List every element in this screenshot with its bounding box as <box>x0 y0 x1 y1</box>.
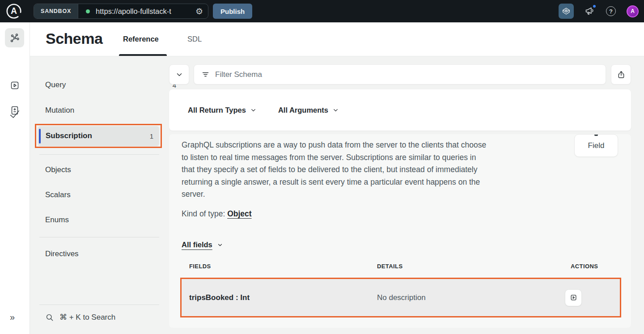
column-header-details: DETAILS <box>377 263 402 270</box>
field-nav-card[interactable]: Field <box>574 134 618 157</box>
expand-rail-button[interactable]: » <box>10 312 15 322</box>
help-button[interactable]: ? <box>606 6 616 16</box>
sidebar-divider <box>39 304 159 305</box>
sidebar-item-directives[interactable]: Directives 4 <box>36 244 183 264</box>
annotation-highlight-subscription: Subscription 1 <box>35 124 162 148</box>
column-header-fields: FIELDS <box>189 263 211 270</box>
checkmark-icon <box>9 109 21 120</box>
page-title: Schema <box>46 30 102 47</box>
publish-button[interactable]: Publish <box>213 4 252 19</box>
chevron-down-icon <box>332 107 339 114</box>
sidebar-divider <box>39 237 159 237</box>
schema-search-trigger[interactable]: ⌘ + K to Search <box>45 313 115 322</box>
kind-label: Kind of type: <box>182 209 227 218</box>
type-description: GraphQL subscriptions are a way to push … <box>182 139 490 201</box>
announcements-button[interactable] <box>585 6 595 17</box>
return-types-label: All Return Types <box>188 106 246 114</box>
arguments-dropdown[interactable]: All Arguments <box>278 106 339 114</box>
cube-icon <box>561 6 571 16</box>
field-details: No description <box>377 293 426 302</box>
all-fields-dropdown[interactable]: All fields <box>182 241 223 249</box>
topbar-right-controls: ? A <box>559 0 644 22</box>
sidebar-item-label: Query <box>45 80 66 89</box>
tool-rail: » <box>0 22 30 334</box>
field-name: tripsBooked : Int <box>189 293 250 302</box>
rail-item-schema[interactable] <box>5 28 24 47</box>
chevron-down-icon <box>175 71 183 79</box>
content-area: Query 4 Mutation 3 Subscription 1 Object… <box>30 56 644 334</box>
chevron-down-icon <box>250 107 257 114</box>
sidebar-item-label: Mutation <box>45 106 74 115</box>
top-bar: A SANDBOX https://apollo-fullstack-t ⚙ P… <box>0 0 644 22</box>
column-header-actions: ACTIONS <box>571 263 598 270</box>
tab-reference[interactable]: Reference <box>123 22 159 56</box>
sidebar-divider <box>39 154 159 155</box>
filter-icon <box>201 70 210 79</box>
sidebar-item-label: Scalars <box>45 190 71 199</box>
sidebar-item-scalars[interactable]: Scalars 5 <box>36 185 183 205</box>
svg-text:A: A <box>11 6 17 16</box>
sidebar-item-enums[interactable]: Enums 1 <box>36 210 183 230</box>
sidebar-item-subscription[interactable]: Subscription 1 <box>38 126 159 146</box>
active-item-bar <box>39 129 41 144</box>
sidebar-item-mutation[interactable]: Mutation 3 <box>36 101 183 120</box>
search-hint: ⌘ + K to Search <box>59 313 115 322</box>
sidebar-item-label: Directives <box>45 249 79 258</box>
return-types-dropdown[interactable]: All Return Types <box>188 106 257 114</box>
share-icon <box>617 70 626 79</box>
graph-network-icon <box>9 33 20 43</box>
notification-dot <box>592 4 597 8</box>
field-nav-label: Field <box>588 141 605 150</box>
sidebar-item-label: Enums <box>45 216 69 224</box>
avatar[interactable]: A <box>627 5 639 17</box>
play-square-icon <box>570 294 577 301</box>
sidebar-item-query[interactable]: Query 4 <box>36 75 183 95</box>
connection-status-dot <box>86 9 90 13</box>
filter-schema-field[interactable] <box>194 64 606 85</box>
chevron-down-icon <box>217 242 223 248</box>
table-row[interactable]: tripsBooked : Int No description <box>182 279 620 316</box>
endpoint-url[interactable]: https://apollo-fullstack-t <box>96 7 171 16</box>
share-button[interactable] <box>611 64 631 85</box>
sidebar-item-label: Objects <box>45 165 71 174</box>
rail-item-checks[interactable] <box>9 109 21 120</box>
kind-object-link[interactable]: Object <box>227 209 251 218</box>
sidebar-item-count: 1 <box>150 132 153 140</box>
rail-item-explorer[interactable] <box>9 80 21 91</box>
filter-options-button[interactable] <box>169 64 189 85</box>
kind-of-type-row: Kind of type: Object <box>182 209 252 219</box>
run-in-explorer-button[interactable] <box>565 289 582 306</box>
play-square-icon <box>9 80 20 91</box>
sidebar-item-label: Subscription <box>46 131 92 140</box>
apollo-logo-icon[interactable]: A <box>6 3 22 19</box>
filter-schema-input[interactable] <box>215 65 606 84</box>
active-tab-indicator <box>119 54 167 56</box>
tab-sdl[interactable]: SDL <box>187 22 202 56</box>
search-icon <box>45 313 54 322</box>
graph-endpoint-switcher[interactable]: SANDBOX https://apollo-fullstack-t ⚙ <box>34 4 208 19</box>
sidebar-item-objects[interactable]: Objects 6 <box>36 160 183 180</box>
page-header: Schema Reference SDL <box>30 22 644 56</box>
all-fields-label: All fields <box>182 241 212 249</box>
sandbox-badge: SANDBOX <box>34 4 78 18</box>
filter-panel: All Return Types All Arguments <box>169 89 631 131</box>
type-doc-panel: GraphQL subscriptions are a way to push … <box>169 134 631 328</box>
clipped-element <box>594 135 598 136</box>
sandbox-mode-button[interactable] <box>559 4 574 19</box>
arguments-label: All Arguments <box>278 106 328 114</box>
connection-settings-gear-icon[interactable]: ⚙ <box>195 7 203 16</box>
annotation-highlight-field-row: tripsBooked : Int No description <box>180 278 621 317</box>
